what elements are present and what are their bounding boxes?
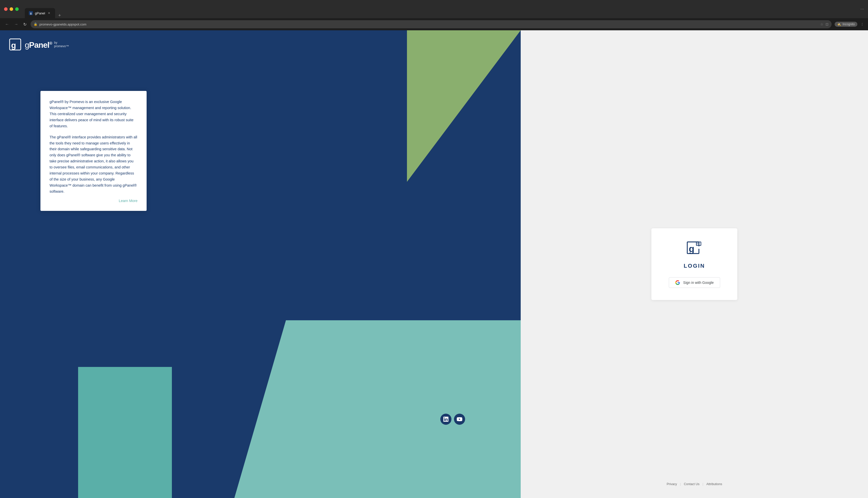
- svg-text:g: g: [689, 244, 694, 254]
- description-1: gPanel® by Promevo is an exclusive Googl…: [50, 99, 138, 129]
- bookmark-icon[interactable]: ☆: [820, 22, 824, 26]
- logo-svg: g: [9, 38, 22, 52]
- attributions-link[interactable]: Attributions: [703, 482, 725, 486]
- lock-icon: 🔒: [34, 23, 37, 26]
- back-button[interactable]: ←: [4, 21, 10, 27]
- google-g-icon: [675, 280, 680, 285]
- right-panel: g ® LOGIN Sign in with Google: [521, 30, 868, 498]
- logo-name: gPanel®: [25, 40, 52, 50]
- linkedin-icon[interactable]: [440, 414, 451, 425]
- new-tab-button[interactable]: +: [56, 13, 63, 18]
- close-button[interactable]: [4, 7, 8, 11]
- teal-left-shape: [78, 367, 172, 498]
- incognito-icon: 🕵: [837, 23, 841, 26]
- google-signin-button[interactable]: Sign in with Google: [669, 277, 720, 288]
- learn-more-link[interactable]: Learn More: [50, 199, 138, 203]
- sign-in-button-label: Sign in with Google: [683, 280, 714, 285]
- url-display: promevo-gpanelds.appspot.com: [39, 23, 87, 26]
- left-panel: g gPanel® by promevo™ gPanel® by Promevo…: [0, 30, 521, 498]
- address-bar[interactable]: 🔒 promevo-gpanelds.appspot.com ☆ ⊡: [30, 20, 832, 28]
- login-card: g ® LOGIN Sign in with Google: [651, 228, 737, 300]
- menu-icon[interactable]: ⋮: [860, 22, 864, 26]
- info-card: gPanel® by Promevo is an exclusive Googl…: [40, 91, 146, 211]
- tab-bar: g gPanel ✕ +: [25, 0, 63, 18]
- minimize-button[interactable]: [10, 7, 13, 11]
- youtube-icon[interactable]: [454, 414, 465, 425]
- tab-close-button[interactable]: ✕: [47, 11, 51, 15]
- svg-text:g: g: [11, 41, 16, 50]
- traffic-lights: [4, 7, 19, 11]
- login-logo: g ®: [686, 240, 703, 259]
- logo-by: by: [54, 41, 69, 44]
- social-icons: [440, 414, 465, 425]
- maximize-button[interactable]: [15, 7, 19, 11]
- login-title: LOGIN: [684, 263, 705, 269]
- refresh-button[interactable]: ↻: [22, 21, 27, 28]
- privacy-link[interactable]: Privacy: [664, 482, 680, 486]
- footer-links: Privacy | Contact Us | Attributions: [664, 482, 725, 486]
- active-tab[interactable]: g gPanel ✕: [25, 8, 55, 18]
- window-controls[interactable]: ⋯: [860, 7, 864, 11]
- login-logo-svg: g ®: [686, 240, 703, 258]
- incognito-label: Incognito: [842, 23, 855, 26]
- description-2: The gPanel® interface provides administr…: [50, 134, 138, 195]
- green-triangle-shape: [407, 30, 521, 182]
- page-content: g gPanel® by promevo™ gPanel® by Promevo…: [0, 30, 868, 498]
- svg-text:®: ®: [697, 243, 699, 245]
- logo: g gPanel® by promevo™: [9, 38, 69, 52]
- profile-icon[interactable]: ⊡: [826, 22, 829, 26]
- browser-titlebar: g gPanel ✕ + ⋯: [0, 0, 868, 18]
- logo-text-group: gPanel® by promevo™: [25, 40, 69, 50]
- tab-title: gPanel: [35, 11, 45, 15]
- logo-company: promevo™: [54, 44, 69, 48]
- incognito-badge: 🕵 Incognito: [835, 22, 857, 27]
- contact-us-link[interactable]: Contact Us: [681, 482, 702, 486]
- address-bar-row: ← → ↻ 🔒 promevo-gpanelds.appspot.com ☆ ⊡…: [0, 18, 868, 30]
- forward-button[interactable]: →: [13, 21, 19, 27]
- tab-favicon: g: [29, 11, 33, 15]
